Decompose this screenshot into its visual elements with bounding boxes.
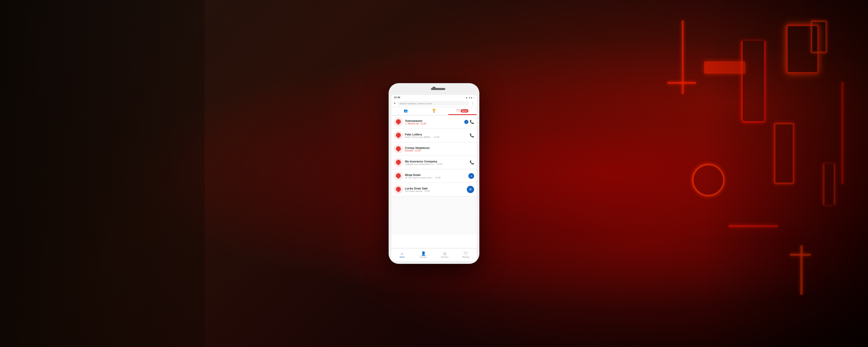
spam-tab-icon: 🛡: [457, 109, 460, 113]
search-input[interactable]: Search numbers, names & more: [398, 101, 469, 106]
call-name: My Insurance Company: [405, 160, 468, 163]
wifi-icon: ▲: [466, 96, 468, 99]
call-item-telemarketer[interactable]: Telemarketer ↙ Missed call · 12:30 i 📞: [391, 115, 477, 129]
call-actions-telemarketer: i 📞: [464, 120, 474, 124]
shield-avatar-icon: [396, 119, 401, 125]
phone-speaker: [431, 88, 445, 90]
call-item-mega-deals[interactable]: Mega Deals Hi! you have so many new... ·…: [391, 169, 477, 183]
call-phone-icon[interactable]: 📞: [470, 133, 474, 137]
search-bar[interactable]: ≡ Search numbers, names & more ⋮: [391, 100, 477, 107]
nav-home[interactable]: ⌂ Home: [391, 248, 413, 261]
call-phone-icon[interactable]: 📞: [470, 120, 474, 124]
shield-avatar-icon: [396, 173, 401, 179]
shield-avatar-icon: [396, 146, 401, 152]
shield-avatar-icon: [396, 160, 401, 165]
call-phone-icon[interactable]: 📞: [470, 160, 474, 164]
call-detail: Hi! you have so many new... · 12:30: [405, 176, 466, 179]
tab-contacts[interactable]: 👥: [391, 107, 420, 115]
call-list: Telemarketer ↙ Missed call · 12:30 i 📞: [391, 115, 477, 235]
call-name: Telemarketer: [405, 119, 462, 122]
left-overlay: [0, 0, 205, 347]
call-info-telemarketer: Telemarketer ↙ Missed call · 12:30: [405, 119, 462, 125]
call-info-lucky-draw: Lucky Draw Sale 744 spam reports · 12:30: [405, 187, 465, 192]
call-name: Creepy Neighbour: [405, 146, 474, 149]
call-avatar-telemarketer: [394, 117, 403, 126]
call-info-creepy-neighbour: Creepy Neighbour Blocked · 12:30: [405, 146, 474, 152]
call-info-fake-lottery: Fake Lottery Wow!! You've won $3000... ·…: [405, 133, 468, 138]
info-badge[interactable]: i: [464, 120, 468, 124]
bottom-nav: ⌂ Home 👤 Contacts ◎ Premium 🛡 Blocking: [391, 248, 477, 261]
missed-call-icon: ↙: [405, 122, 407, 125]
shield-avatar-icon: [396, 187, 401, 192]
phone-body: 12:30 ▲ ▲▲ ▪ ≡ Search numbers, names & m…: [389, 83, 479, 264]
tab-bar[interactable]: 👥 🏆 🛡 Spam: [391, 107, 477, 115]
blocking-nav-label: Blocking: [462, 256, 469, 258]
blocking-nav-icon: 🛡: [464, 251, 468, 256]
contacts-nav-icon: 👤: [421, 251, 426, 256]
call-avatar-lucky-draw: [394, 185, 403, 194]
phone-mockup: 12:30 ▲ ▲▲ ▪ ≡ Search numbers, names & m…: [389, 83, 479, 264]
call-name: Lucky Draw Sale: [405, 187, 465, 190]
premium-nav-label: Premium: [441, 256, 448, 258]
home-nav-icon: ⌂: [401, 251, 403, 256]
call-item-insurance[interactable]: My Insurance Company Upgrade your subscr…: [391, 156, 477, 169]
shield-avatar-icon: [396, 133, 401, 138]
contacts-tab-icon: 👥: [404, 109, 408, 113]
home-nav-label: Home: [400, 256, 405, 258]
call-detail: ↙ Missed call · 12:30: [405, 122, 462, 125]
call-item-creepy-neighbour[interactable]: Creepy Neighbour Blocked · 12:30: [391, 142, 477, 156]
call-avatar-creepy-neighbour: [394, 144, 403, 153]
grid-action-button[interactable]: ⊞: [467, 186, 474, 193]
contacts-nav-label: Contacts: [420, 256, 427, 258]
call-detail: Wow!! You've won $3000... · 12:30: [405, 136, 468, 138]
nav-blocking[interactable]: 🛡 Blocking: [455, 248, 477, 261]
call-detail: Upgrade your subscription n... · 12:30: [405, 163, 468, 165]
call-avatar-mega-deals: [394, 171, 403, 180]
call-detail-blocked: Blocked · 12:30: [405, 149, 474, 152]
status-time: 12:30: [394, 96, 400, 99]
right-overlay: [704, 0, 868, 347]
more-options-icon[interactable]: ⋮: [471, 101, 474, 105]
call-name: Mega Deals: [405, 174, 466, 176]
premium-nav-icon: ◎: [443, 251, 447, 256]
menu-icon[interactable]: ≡: [394, 101, 396, 105]
recent-tab-icon: 🏆: [432, 109, 436, 113]
battery-icon: ▪: [473, 96, 474, 99]
call-info-mega-deals: Mega Deals Hi! you have so many new... ·…: [405, 174, 466, 179]
call-detail: 744 spam reports · 12:30: [405, 190, 465, 192]
call-name: Fake Lottery: [405, 133, 468, 136]
signal-icon: ▲▲: [468, 96, 472, 99]
tab-recent[interactable]: 🏆: [420, 107, 448, 115]
call-avatar-fake-lottery: [394, 131, 403, 140]
phone-screen: 12:30 ▲ ▲▲ ▪ ≡ Search numbers, names & m…: [391, 95, 477, 261]
add-contact-button[interactable]: +: [468, 173, 474, 179]
call-item-lucky-draw[interactable]: Lucky Draw Sale 744 spam reports · 12:30…: [391, 183, 477, 196]
nav-contacts[interactable]: 👤 Contacts: [413, 248, 434, 261]
call-info-insurance: My Insurance Company Upgrade your subscr…: [405, 160, 468, 165]
status-icons: ▲ ▲▲ ▪: [466, 96, 474, 99]
nav-premium[interactable]: ◎ Premium: [434, 248, 455, 261]
call-item-fake-lottery[interactable]: Fake Lottery Wow!! You've won $3000... ·…: [391, 129, 477, 142]
call-avatar-insurance: [394, 158, 403, 167]
status-bar: 12:30 ▲ ▲▲ ▪: [391, 95, 477, 100]
tab-spam[interactable]: 🛡 Spam: [448, 107, 477, 115]
spam-tab-label: Spam: [461, 109, 469, 113]
